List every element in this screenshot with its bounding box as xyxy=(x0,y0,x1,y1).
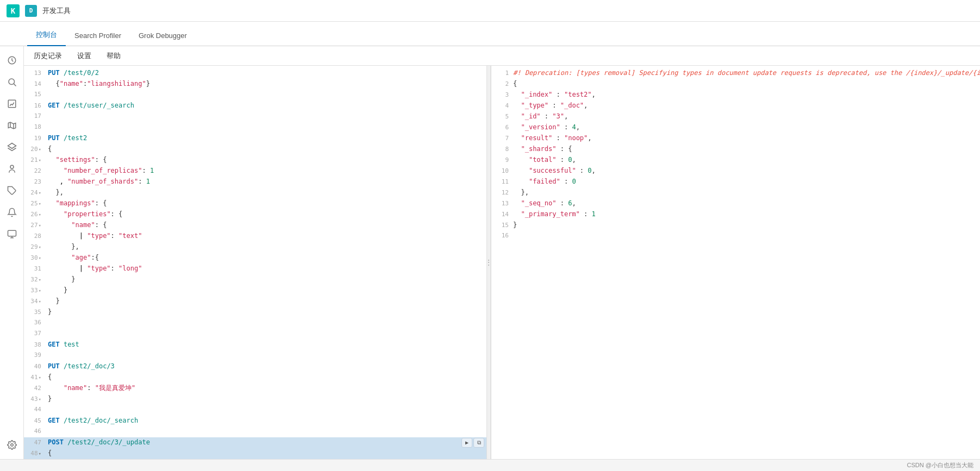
code-line-37: 37 xyxy=(24,329,486,340)
code-line-19: 19 PUT /test2 xyxy=(24,133,486,144)
code-line-36: 36 xyxy=(24,318,486,329)
code-line-23: 23 , "number_of_shards": 1 xyxy=(24,177,486,187)
svg-marker-4 xyxy=(8,122,16,129)
sidebar-settings-icon[interactable] xyxy=(2,435,22,455)
tab-console[interactable]: 控制台 xyxy=(27,24,66,46)
code-line-18: 18 xyxy=(24,122,486,133)
response-line-14: 14 "_primary_term" : 1 xyxy=(491,209,980,220)
code-line-25: 25▾ "mappings": { xyxy=(24,198,486,209)
response-line-11: 11 "failed" : 0 xyxy=(491,177,980,187)
svg-point-13 xyxy=(10,444,13,447)
code-line-47: 47 POST /test2/_doc/3/_update ▶ ⧉ xyxy=(24,437,486,448)
response-line-7: 7 "result" : "noop", xyxy=(491,133,980,144)
response-editor: 1 #! Deprecation: [types removal] Specif… xyxy=(491,66,980,459)
code-line-13: 13 PUT /test/0/2 xyxy=(24,68,486,79)
response-line-10: 10 "successful" : 0, xyxy=(491,166,980,177)
code-line-16: 16 GET /test/user/_search xyxy=(24,101,486,111)
code-line-39: 39 xyxy=(24,350,486,361)
code-line-22: 22 "number_of_replicas": 1 xyxy=(24,166,486,177)
code-line-29: 29▾ }, xyxy=(24,242,486,253)
svg-rect-3 xyxy=(8,100,16,108)
editor-area: 13 PUT /test/0/2 14 {"name":"liangshilia… xyxy=(24,66,980,459)
response-line-8: 8 "_shards" : { xyxy=(491,144,980,155)
svg-point-1 xyxy=(9,79,15,85)
content-area: 历史记录 设置 帮助 13 PUT /test/0/2 14 {" xyxy=(24,46,980,459)
tab-bar: 控制台 Search Profiler Grok Debugger xyxy=(0,22,980,46)
sidebar-chart-icon[interactable] xyxy=(2,94,22,114)
app-logo: K xyxy=(7,4,20,17)
response-line-4: 4 "_type" : "_doc", xyxy=(491,101,980,111)
top-bar: K D 开发工具 xyxy=(0,0,980,22)
svg-marker-7 xyxy=(8,143,16,149)
code-line-21: 21▾ "settings": { xyxy=(24,155,486,166)
sidebar-tag-icon[interactable] xyxy=(2,181,22,200)
svg-line-2 xyxy=(14,84,16,86)
code-editor: 13 PUT /test/0/2 14 {"name":"liangshilia… xyxy=(24,66,486,459)
tab-search-profiler[interactable]: Search Profiler xyxy=(66,26,130,46)
panel-resizer[interactable]: ⋮ xyxy=(486,66,491,459)
toolbar: 历史记录 设置 帮助 xyxy=(24,46,980,66)
code-line-17: 17 xyxy=(24,111,486,122)
code-line-34: 34▾ } xyxy=(24,296,486,307)
code-line-32: 32▾ } xyxy=(24,274,486,285)
main-layout: 历史记录 设置 帮助 13 PUT /test/0/2 14 {" xyxy=(0,46,980,459)
sidebar xyxy=(0,46,24,459)
response-line-13: 13 "_seq_no" : 6, xyxy=(491,198,980,209)
code-line-20: 20▾ { xyxy=(24,144,486,155)
app-title: 开发工具 xyxy=(42,6,71,16)
code-line-48: 48▾ { xyxy=(24,448,486,459)
code-line-46: 46 xyxy=(24,426,486,437)
svg-point-8 xyxy=(10,165,14,168)
bottom-bar: CSDN @小白也想当大能 xyxy=(0,459,980,471)
code-line-31: 31 | "type": "long" xyxy=(24,263,486,274)
sidebar-search-icon[interactable] xyxy=(2,72,22,92)
code-line-33: 33▾ } xyxy=(24,285,486,296)
sidebar-layers-icon[interactable] xyxy=(2,137,22,157)
sidebar-map-icon[interactable] xyxy=(2,116,22,135)
code-line-15: 15 xyxy=(24,90,486,101)
code-line-27: 27▾ "name": { xyxy=(24,220,486,231)
response-line-6: 6 "_version" : 4, xyxy=(491,122,980,133)
code-line-35: 35 } xyxy=(24,307,486,318)
response-line-15: 15 } xyxy=(491,220,980,231)
right-response-panel[interactable]: 1 #! Deprecation: [types removal] Specif… xyxy=(491,66,980,459)
tab-grok-debugger[interactable]: Grok Debugger xyxy=(130,26,196,46)
user-avatar: D xyxy=(25,5,37,17)
sidebar-person-icon[interactable] xyxy=(2,159,22,179)
history-button[interactable]: 历史记录 xyxy=(30,49,65,63)
sidebar-alert-icon[interactable] xyxy=(2,203,22,222)
code-line-14: 14 {"name":"liangshiliang"} xyxy=(24,79,486,90)
response-line-2: 2 { xyxy=(491,79,980,90)
code-line-28: 28 | "type": "text" xyxy=(24,231,486,242)
left-editor-panel[interactable]: 13 PUT /test/0/2 14 {"name":"liangshilia… xyxy=(24,66,486,459)
code-line-26: 26▾ "properties": { xyxy=(24,209,486,220)
code-line-44: 44 xyxy=(24,405,486,416)
code-line-24: 24▾ }, xyxy=(24,187,486,198)
copy-button[interactable]: ⧉ xyxy=(473,438,484,448)
response-line-9: 9 "total" : 0, xyxy=(491,155,980,166)
code-line-30: 30▾ "age":{ xyxy=(24,253,486,263)
svg-rect-10 xyxy=(8,230,16,236)
settings-button[interactable]: 设置 xyxy=(74,49,95,63)
code-line-43: 43▾ } xyxy=(24,394,486,405)
sidebar-monitor-icon[interactable] xyxy=(2,224,22,244)
response-line-16: 16 xyxy=(491,231,980,242)
watermark: CSDN @小白也想当大能 xyxy=(907,461,973,469)
sidebar-clock-icon[interactable] xyxy=(2,51,22,70)
response-line-1: 1 #! Deprecation: [types removal] Specif… xyxy=(491,68,980,79)
response-line-12: 12 }, xyxy=(491,187,980,198)
response-line-3: 3 "_index" : "test2", xyxy=(491,90,980,101)
code-line-38: 38 GET test xyxy=(24,340,486,350)
code-line-45: 45 GET /test2/_doc/_search xyxy=(24,416,486,426)
code-line-40: 40 PUT /test2/_doc/3 xyxy=(24,361,486,372)
response-line-5: 5 "_id" : "3", xyxy=(491,111,980,122)
run-button[interactable]: ▶ xyxy=(461,438,472,448)
code-line-42: 42 "name": "我是真爱坤" xyxy=(24,383,486,394)
line-actions: ▶ ⧉ xyxy=(461,438,486,448)
code-line-41: 41▾ { xyxy=(24,372,486,383)
help-button[interactable]: 帮助 xyxy=(103,49,124,63)
